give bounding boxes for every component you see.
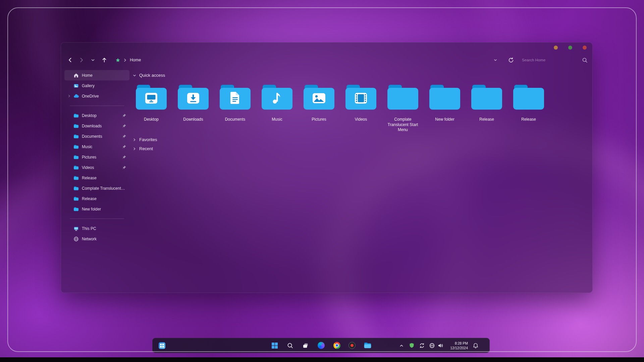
folder-icon [73, 113, 79, 118]
folder-icon [73, 186, 79, 191]
sidebar-item-downloads[interactable]: Downloads [64, 121, 129, 131]
tile-new-folder[interactable]: New folder [425, 83, 465, 133]
sidebar-item-label: Pictures [82, 155, 96, 160]
chevron-right-icon [67, 94, 71, 98]
downloads-folder-icon [177, 83, 209, 112]
maximize-dot-button[interactable] [568, 46, 572, 50]
tile-complate-translucent-start-menu[interactable]: Complate Translucent Start Menu [383, 83, 423, 133]
security-tray-button[interactable] [406, 340, 417, 351]
section-favorites[interactable]: Favorites [132, 137, 157, 142]
sidebar-item-network[interactable]: Network [64, 234, 129, 244]
quick-access-tiles: Desktop Downloads [131, 83, 548, 133]
sidebar-item-release-2[interactable]: Release [64, 193, 129, 204]
record-icon [348, 342, 356, 349]
explorer-sidebar: Home Gallery OneDrive Desktop Downloads … [64, 70, 129, 244]
pin-icon [122, 165, 126, 170]
section-recent[interactable]: Recent [132, 146, 153, 151]
sidebar-item-desktop[interactable]: Desktop [64, 110, 129, 121]
back-button[interactable] [66, 56, 74, 64]
search-icon [287, 342, 293, 349]
pin-icon [122, 134, 126, 139]
sidebar-item-label: Music [82, 144, 92, 149]
taskbar-clock[interactable]: 8:28 PM 12/12/2024 [450, 341, 468, 350]
speaker-icon [437, 343, 443, 349]
address-dropdown-button[interactable] [491, 56, 500, 64]
sidebar-item-label: Videos [82, 165, 94, 170]
close-dot-button[interactable] [583, 46, 587, 50]
tile-videos[interactable]: Videos [341, 83, 381, 133]
tile-documents[interactable]: Documents [215, 83, 255, 133]
sidebar-item-new-folder[interactable]: New folder [64, 204, 129, 214]
tray-overflow-button[interactable] [396, 340, 407, 351]
search-input[interactable] [522, 58, 579, 62]
clock-date: 12/12/2024 [450, 346, 468, 350]
tile-desktop[interactable]: Desktop [131, 83, 171, 133]
sidebar-item-label: This PC [82, 226, 96, 231]
tile-label: New folder [435, 117, 454, 122]
taskbar-search-button[interactable] [285, 340, 296, 351]
task-view-button[interactable] [300, 340, 311, 351]
desktop-folder-icon [135, 83, 167, 112]
sidebar-item-documents[interactable]: Documents [64, 131, 129, 141]
sidebar-item-label: Downloads [82, 124, 102, 128]
sidebar-item-music[interactable]: Music [64, 141, 129, 152]
tile-label: Pictures [312, 117, 326, 122]
tile-label: Music [272, 117, 282, 122]
sidebar-item-videos[interactable]: Videos [64, 162, 129, 173]
minimize-dot-button[interactable] [554, 46, 558, 50]
tile-pictures[interactable]: Pictures [299, 83, 339, 133]
tile-label: Videos [355, 117, 367, 122]
chrome-button[interactable] [331, 340, 342, 351]
recent-locations-button[interactable] [89, 56, 97, 64]
section-quick-access[interactable]: Quick access [132, 73, 165, 78]
sidebar-item-gallery[interactable]: Gallery [64, 80, 129, 91]
sync-tray-button[interactable] [417, 340, 427, 351]
search-box [522, 57, 588, 63]
back-arrow-icon [67, 57, 73, 63]
copilot-icon [318, 342, 325, 349]
folder-icon [73, 155, 79, 160]
sidebar-separator [70, 219, 124, 219]
folder-icon [73, 175, 79, 181]
folder-icon [513, 83, 545, 112]
clock-time: 8:28 PM [450, 341, 468, 345]
pin-icon [122, 144, 126, 149]
up-button[interactable] [100, 56, 109, 64]
home-icon [73, 73, 79, 78]
taskbar: 8:28 PM 12/12/2024 [152, 338, 490, 353]
folder-icon [73, 196, 79, 201]
folder-icon [73, 144, 79, 149]
copilot-button[interactable] [316, 340, 326, 351]
forward-button[interactable] [77, 56, 86, 64]
record-button[interactable] [346, 340, 357, 351]
tile-release-2[interactable]: Release [509, 83, 548, 133]
bell-icon [473, 343, 479, 349]
forward-arrow-icon [78, 57, 85, 63]
refresh-button[interactable] [506, 56, 515, 64]
sidebar-item-label: New folder [82, 207, 101, 212]
sidebar-item-pictures[interactable]: Pictures [64, 152, 129, 162]
tile-release[interactable]: Release [467, 83, 506, 133]
start-button[interactable] [269, 340, 280, 351]
documents-folder-icon [219, 83, 251, 112]
sync-arrows-icon [419, 343, 425, 349]
chevron-right-icon [132, 146, 137, 151]
sidebar-item-this-pc[interactable]: This PC [64, 223, 129, 234]
chevron-right-icon [132, 137, 137, 142]
sidebar-item-label: Network [82, 237, 97, 241]
folder-icon [73, 123, 79, 129]
volume-tray-button[interactable] [435, 340, 446, 351]
sidebar-item-release[interactable]: Release [64, 173, 129, 183]
file-explorer-button[interactable] [362, 340, 373, 351]
notifications-button[interactable] [470, 340, 481, 351]
sidebar-item-onedrive[interactable]: OneDrive [64, 91, 129, 101]
network-icon [73, 236, 79, 242]
tile-music[interactable]: Music [257, 83, 297, 133]
breadcrumb[interactable]: Home [115, 58, 141, 63]
tile-label: Release [521, 117, 536, 122]
windows-start-icon [271, 342, 278, 349]
tile-downloads[interactable]: Downloads [173, 83, 213, 133]
sidebar-item-complate-translucent[interactable]: Complate Translucent Sta [64, 183, 129, 193]
theme-logo-button[interactable] [157, 340, 167, 351]
sidebar-item-home[interactable]: Home [64, 70, 129, 80]
